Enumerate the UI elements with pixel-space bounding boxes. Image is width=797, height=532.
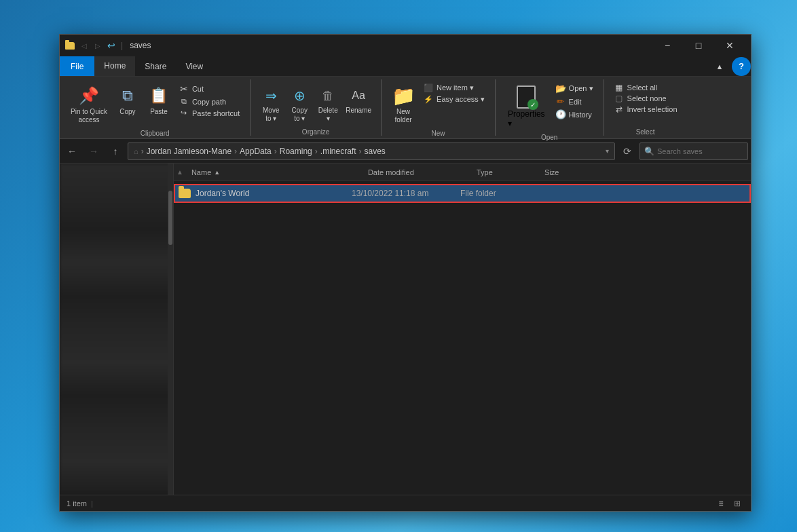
select-items: ▦ Select all ▢ Select none ⇄ Invert sele… bbox=[610, 79, 682, 126]
file-row-jordans-world[interactable]: Jordan's World 13/10/2022 11:18 am File … bbox=[174, 184, 751, 203]
clipboard-items: 📌 Pin to Quickaccess ⧉ Copy 📋 Paste ✂ bbox=[65, 79, 244, 127]
col-header-type[interactable]: Type bbox=[471, 168, 539, 176]
col-type-label: Type bbox=[477, 168, 493, 176]
explorer-window: ◁ ▷ ↩ | saves − □ ✕ File Home Share View… bbox=[59, 34, 752, 512]
col-header-name[interactable]: Name ▲ bbox=[186, 168, 363, 176]
ribbon-group-select: ▦ Select all ▢ Select none ⇄ Invert sele… bbox=[604, 79, 687, 136]
copy-to-icon: ⊕ bbox=[289, 85, 310, 107]
address-bar: ← → ↑ ⌂ › Jordan Jamieson-Mane › AppData… bbox=[60, 139, 751, 164]
file-list-header: ▲ Name ▲ Date modified Type Size bbox=[174, 164, 751, 181]
path-sep-2: › bbox=[234, 147, 237, 156]
path-dropdown-arrow[interactable]: ▾ bbox=[606, 147, 609, 155]
properties-label: Properties▾ bbox=[508, 109, 545, 128]
sidebar-scrollbar[interactable] bbox=[168, 164, 173, 495]
path-item-home: ⌂ bbox=[134, 147, 138, 155]
toolbar-icon-2: ▷ bbox=[92, 40, 103, 51]
pin-quick-access-button[interactable]: 📌 Pin to Quickaccess bbox=[67, 82, 111, 127]
help-button[interactable]: ? bbox=[732, 57, 751, 76]
cut-label: Cut bbox=[192, 85, 204, 93]
forward-button[interactable]: → bbox=[84, 142, 103, 161]
move-to-button[interactable]: ⇒ Moveto ▾ bbox=[257, 82, 284, 126]
folder-icon-shape bbox=[179, 189, 191, 198]
open-items: ✓ Properties▾ 📂 Open ▾ ✏ Edit 🕐 bbox=[501, 79, 598, 131]
col-name-label: Name bbox=[191, 168, 211, 176]
minimize-button[interactable]: − bbox=[652, 35, 683, 56]
tab-file[interactable]: File bbox=[60, 56, 94, 76]
rename-icon: Aa bbox=[348, 85, 369, 107]
undo-icon[interactable]: ↩ bbox=[106, 40, 117, 51]
ribbon-group-open: ✓ Properties▾ 📂 Open ▾ ✏ Edit 🕐 bbox=[496, 79, 604, 136]
refresh-button[interactable]: ⟳ bbox=[618, 142, 637, 161]
new-folder-button[interactable]: 📁 Newfolder bbox=[388, 82, 418, 127]
status-bar: 1 item | ≡ ⊞ bbox=[60, 495, 751, 511]
paste-shortcut-button[interactable]: ↪ Paste shortcut bbox=[175, 107, 243, 119]
easy-access-icon: ⚡ bbox=[423, 95, 434, 104]
select-none-button[interactable]: ▢ Select none bbox=[611, 93, 680, 104]
properties-button[interactable]: ✓ Properties▾ bbox=[502, 82, 551, 131]
paste-button[interactable]: 📋 Paste bbox=[144, 82, 174, 119]
organize-group-label: Organize bbox=[302, 126, 330, 136]
path-item-minecraft[interactable]: .minecraft bbox=[320, 147, 356, 156]
address-path[interactable]: ⌂ › Jordan Jamieson-Mane › AppData › Roa… bbox=[128, 142, 615, 160]
tab-home[interactable]: Home bbox=[94, 56, 135, 76]
edit-button[interactable]: ✏ Edit bbox=[552, 95, 597, 108]
paste-label: Paste bbox=[150, 108, 168, 116]
history-button[interactable]: 🕐 History bbox=[552, 108, 597, 121]
sidebar-scroll-thumb[interactable] bbox=[168, 191, 172, 245]
easy-access-button[interactable]: ⚡ Easy access ▾ bbox=[420, 94, 488, 105]
path-item-user[interactable]: Jordan Jamieson-Mane bbox=[147, 147, 231, 156]
copy-path-label: Copy path bbox=[192, 98, 226, 106]
invert-selection-label: Invert selection bbox=[627, 105, 678, 113]
ribbon-collapse-button[interactable]: ▲ bbox=[710, 57, 729, 76]
status-count: 1 item bbox=[67, 499, 87, 508]
paste-icon: 📋 bbox=[148, 85, 170, 107]
scissors-icon: ✂ bbox=[179, 83, 189, 94]
select-group-label: Select bbox=[636, 126, 655, 136]
search-box[interactable]: 🔍 bbox=[640, 142, 748, 160]
copy-path-button[interactable]: ⧉ Copy path bbox=[175, 96, 243, 107]
file-list-body: Jordan's World 13/10/2022 11:18 am File … bbox=[174, 181, 751, 495]
tab-share[interactable]: Share bbox=[135, 56, 176, 76]
delete-button[interactable]: 🗑 Delete▾ bbox=[314, 82, 341, 126]
invert-selection-icon: ⇄ bbox=[614, 104, 625, 114]
search-input[interactable] bbox=[657, 147, 743, 155]
rename-button[interactable]: Aa Rename bbox=[343, 82, 374, 117]
large-icons-view-button[interactable]: ⊞ bbox=[730, 497, 744, 510]
copy-to-button[interactable]: ⊕ Copyto ▾ bbox=[286, 82, 313, 126]
toolbar-icon-1: ◁ bbox=[79, 40, 90, 51]
edit-label: Edit bbox=[569, 98, 582, 106]
col-size-label: Size bbox=[544, 168, 559, 176]
copy-button[interactable]: ⧉ Copy bbox=[113, 82, 143, 119]
col-header-size[interactable]: Size bbox=[539, 168, 593, 176]
details-view-button[interactable]: ≡ bbox=[714, 497, 728, 510]
path-item-saves[interactable]: saves bbox=[364, 147, 385, 156]
new-folder-label: Newfolder bbox=[395, 108, 412, 124]
up-button[interactable]: ↑ bbox=[106, 142, 125, 161]
tab-view[interactable]: View bbox=[176, 56, 212, 76]
paste-shortcut-icon: ↪ bbox=[179, 109, 189, 117]
clipboard-small-stack: ✂ Cut ⧉ Copy path ↪ Paste shortcut bbox=[175, 82, 243, 119]
window-controls: − □ ✕ bbox=[652, 35, 745, 56]
path-item-roaming[interactable]: Roaming bbox=[280, 147, 312, 156]
select-all-button[interactable]: ▦ Select all bbox=[611, 82, 680, 93]
cut-button[interactable]: ✂ Cut bbox=[175, 82, 243, 96]
invert-selection-button[interactable]: ⇄ Invert selection bbox=[611, 104, 680, 115]
title-bar-title: saves bbox=[130, 41, 652, 50]
close-button[interactable]: ✕ bbox=[714, 35, 745, 56]
copy-to-label: Copyto ▾ bbox=[292, 107, 308, 123]
delete-icon: 🗑 bbox=[317, 85, 339, 107]
path-item-appdata[interactable]: AppData bbox=[240, 147, 272, 156]
col-header-date[interactable]: Date modified bbox=[363, 168, 471, 176]
maximize-button[interactable]: □ bbox=[683, 35, 714, 56]
new-item-button[interactable]: ⬛ New item ▾ bbox=[420, 82, 488, 94]
delete-label: Delete▾ bbox=[318, 107, 338, 123]
back-button[interactable]: ← bbox=[62, 142, 81, 161]
paste-shortcut-label: Paste shortcut bbox=[192, 109, 240, 117]
copy-label: Copy bbox=[119, 108, 135, 116]
ribbon: 📌 Pin to Quickaccess ⧉ Copy 📋 Paste ✂ bbox=[60, 77, 751, 139]
ribbon-group-organize: ⇒ Moveto ▾ ⊕ Copyto ▾ 🗑 Delete▾ Aa Renam… bbox=[251, 79, 382, 136]
history-icon: 🕐 bbox=[555, 109, 566, 119]
file-list: ▲ Name ▲ Date modified Type Size bbox=[174, 164, 751, 495]
open-button[interactable]: 📂 Open ▾ bbox=[552, 82, 597, 95]
new-small-stack: ⬛ New item ▾ ⚡ Easy access ▾ bbox=[420, 82, 488, 105]
